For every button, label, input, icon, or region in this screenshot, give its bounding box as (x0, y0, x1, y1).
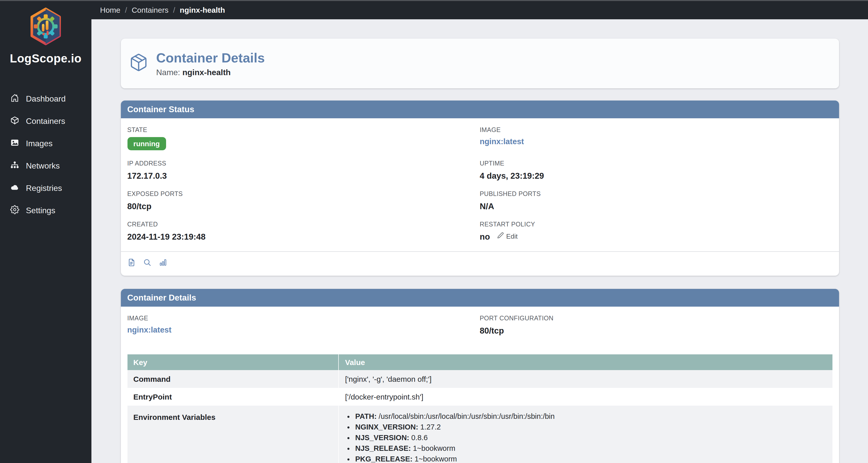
sidebar: LogScope.io Dashboard Containers Images … (0, 0, 91, 463)
sidebar-item-label: Networks (26, 161, 60, 171)
network-icon (10, 160, 19, 172)
table-row: EntryPoint ['/docker-entrypoint.sh'] (127, 388, 832, 406)
row-key: Command (127, 370, 339, 388)
container-details-card: Container Details IMAGE nginx:latest POR… (121, 289, 839, 463)
sidebar-item-registries[interactable]: Registries (0, 177, 91, 200)
env-variable: NJS_RELEASE:1~bookworm (355, 445, 826, 452)
field-label: IMAGE (480, 126, 832, 134)
sidebar-item-dashboard[interactable]: Dashboard (0, 88, 91, 110)
restart-policy-value: no (480, 232, 490, 242)
status-grid: STATE running IMAGE nginx:latest IP ADDR… (121, 118, 839, 251)
breadcrumb-bar: Home / Containers / nginx-health (91, 0, 868, 19)
app-name: LogScope.io (0, 52, 91, 65)
field-detail-image: IMAGE nginx:latest (127, 315, 480, 336)
app-logo[interactable]: LogScope.io (0, 0, 91, 65)
sidebar-item-label: Images (26, 139, 53, 148)
breadcrumb-current: nginx-health (180, 5, 225, 14)
sidebar-item-images[interactable]: Images (0, 133, 91, 155)
row-key: EntryPoint (127, 388, 339, 406)
field-value: 2024-11-19 23:19:48 (127, 232, 480, 242)
field-value: 4 days, 23:19:29 (480, 171, 832, 181)
details-body: IMAGE nginx:latest PORT CONFIGURATION 80… (121, 307, 839, 463)
image-link[interactable]: nginx:latest (480, 137, 524, 146)
container-name: nginx-health (182, 68, 230, 76)
breadcrumb-home[interactable]: Home (100, 5, 120, 14)
field-created: CREATED 2024-11-19 23:19:48 (127, 221, 480, 242)
inspect-button[interactable] (143, 258, 151, 269)
app-window: LogScope.io Dashboard Containers Images … (0, 0, 868, 463)
field-value: 172.17.0.3 (127, 171, 480, 181)
field-value: 80/tcp (127, 201, 480, 211)
breadcrumb-containers[interactable]: Containers (131, 5, 168, 14)
container-name-line: Name: nginx-health (156, 68, 265, 77)
container-header-card: Container Details Name: nginx-health (121, 39, 839, 88)
env-variable: NJS_VERSION:0.8.6 (355, 434, 826, 442)
pencil-icon (497, 232, 504, 242)
field-value: N/A (480, 201, 832, 211)
edit-restart-policy-button[interactable]: Edit (497, 232, 518, 242)
breadcrumb-separator: / (173, 5, 175, 14)
key-value-table: Key Value Command ['nginx', '-g', 'daemo… (127, 354, 832, 463)
sidebar-item-label: Settings (26, 206, 55, 215)
breadcrumb-separator: / (125, 5, 127, 14)
table-row: Command ['nginx', '-g', 'daemon off;'] (127, 370, 832, 388)
field-label: IP ADDRESS (127, 160, 480, 167)
edit-label: Edit (506, 232, 518, 242)
sidebar-item-settings[interactable]: Settings (0, 200, 91, 222)
field-ip-address: IP ADDRESS 172.17.0.3 (127, 160, 480, 181)
field-uptime: UPTIME 4 days, 23:19:29 (480, 160, 832, 181)
field-state: STATE running (127, 126, 480, 150)
container-status-card: Container Status STATE running IMAGE ngi… (121, 101, 839, 276)
sidebar-item-label: Dashboard (26, 94, 66, 104)
sidebar-nav: Dashboard Containers Images Networks Reg… (0, 88, 91, 222)
field-label: PORT CONFIGURATION (480, 315, 832, 322)
status-card-actions (121, 251, 839, 276)
home-icon (10, 93, 19, 105)
column-header-value: Value (339, 354, 832, 370)
field-restart-policy: RESTART POLICY no Edit (480, 221, 832, 242)
bar-chart-icon (159, 258, 167, 269)
details-card-header: Container Details (121, 289, 839, 307)
field-label: EXPOSED PORTS (127, 190, 480, 197)
sidebar-item-label: Containers (26, 117, 65, 126)
env-variable: PKG_RELEASE:1~bookworm (355, 455, 826, 463)
cloud-icon (10, 183, 19, 194)
column-header-key: Key (127, 354, 339, 370)
cube-icon (10, 116, 19, 127)
row-value: ['/docker-entrypoint.sh'] (339, 388, 832, 406)
field-label: UPTIME (480, 160, 832, 167)
sidebar-item-containers[interactable]: Containers (0, 110, 91, 133)
window-top-strip (0, 0, 868, 1)
field-exposed-ports: EXPOSED PORTS 80/tcp (127, 190, 480, 211)
row-value: ['nginx', '-g', 'daemon off;'] (339, 370, 832, 388)
package-icon (129, 53, 148, 74)
field-port-configuration: PORT CONFIGURATION 80/tcp (480, 315, 832, 336)
env-variable-list: PATH:/usr/local/sbin:/usr/local/bin:/usr… (345, 413, 826, 463)
row-key: Environment Variables (127, 406, 339, 463)
field-published-ports: PUBLISHED PORTS N/A (480, 190, 832, 211)
gear-icon (10, 205, 19, 216)
env-variable: NGINX_VERSION:1.27.2 (355, 423, 826, 431)
main-area: Home / Containers / nginx-health Contain… (91, 0, 868, 463)
env-variable: PATH:/usr/local/sbin:/usr/local/bin:/usr… (355, 413, 826, 420)
page-content: Container Details Name: nginx-health Con… (91, 19, 868, 463)
breadcrumb: Home / Containers / nginx-health (100, 5, 225, 14)
image-link[interactable]: nginx:latest (127, 325, 172, 334)
logs-button[interactable] (127, 258, 135, 269)
table-row-environment: Environment Variables PATH:/usr/local/sb… (127, 406, 832, 463)
field-image: IMAGE nginx:latest (480, 126, 832, 150)
field-label: RESTART POLICY (480, 221, 832, 228)
details-info-grid: IMAGE nginx:latest PORT CONFIGURATION 80… (127, 315, 832, 345)
screen: LogScope.io Dashboard Containers Images … (0, 0, 868, 463)
status-badge: running (127, 137, 166, 150)
status-card-header: Container Status (121, 101, 839, 118)
field-label: CREATED (127, 221, 480, 228)
field-value: 80/tcp (480, 325, 832, 336)
page-title: Container Details (156, 50, 265, 65)
stats-button[interactable] (159, 258, 167, 269)
table-header-row: Key Value (127, 354, 832, 370)
sidebar-item-networks[interactable]: Networks (0, 155, 91, 177)
file-text-icon (127, 258, 135, 269)
name-label: Name: (156, 68, 180, 76)
image-icon (10, 138, 19, 149)
